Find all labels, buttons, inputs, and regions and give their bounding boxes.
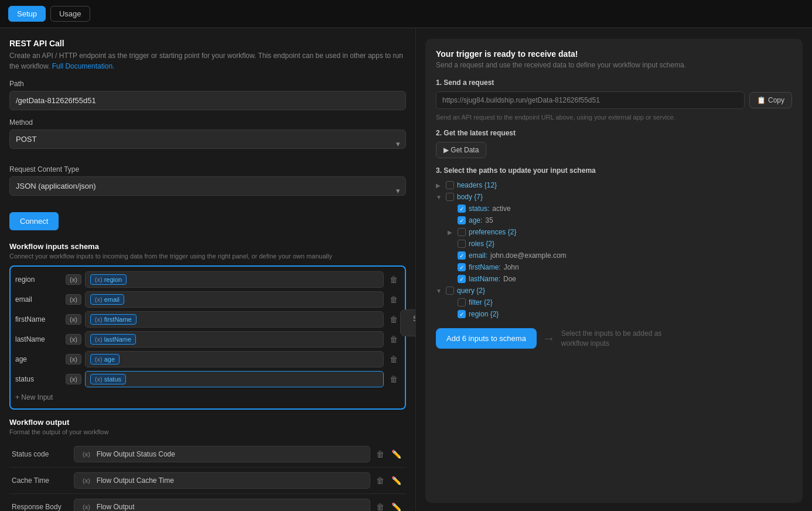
checkbox-roles[interactable] (458, 240, 466, 248)
checkbox-preferences[interactable] (458, 228, 466, 236)
path-label: Path (9, 80, 406, 88)
checkbox-filter[interactable] (458, 298, 466, 306)
schema-row-firstname: firstName (x) (x) firstName 🗑 (15, 311, 400, 328)
endpoint-url: https://sjug84.buildship.run/getData-812… (436, 91, 745, 109)
copy-icon: 📋 (757, 96, 766, 104)
delete-region-button[interactable]: 🗑 (387, 274, 400, 285)
tree-item-filter: filter {2} (436, 297, 792, 308)
checkbox-headers[interactable] (446, 181, 454, 189)
delete-age-button[interactable]: 🗑 (387, 353, 400, 365)
workflow-output-title: Workflow output (9, 418, 406, 427)
section-subtitle: Create an API / HTTP endpoint as the tri… (9, 50, 406, 71)
step1-label: 1. Send a request (436, 79, 792, 87)
tree-item-age: ✓ age: 35 (436, 214, 792, 226)
output-row-status: Status code (x) Flow Output Status Code … (9, 441, 406, 468)
tree-item-region: ✓ region {2} (436, 308, 792, 320)
right-card: Your trigger is ready to receive data! S… (425, 39, 803, 503)
add-inputs-button[interactable]: Add 6 inputs to schema (436, 328, 537, 349)
tab-setup[interactable]: Setup (8, 6, 46, 22)
tooltip-box: Selected inputs are automatically added (400, 309, 416, 336)
checkbox-age[interactable]: ✓ (458, 216, 466, 224)
delete-lastname-button[interactable]: 🗑 (387, 333, 400, 345)
output-row-cache: Cache Time (x) Flow Output Cache Time 🗑 … (9, 468, 406, 494)
method-wrapper: POST GET PUT DELETE ▾ (9, 130, 406, 157)
tree-container: ▶ headers {12} ▼ body {7} ✓ status: acti… (436, 179, 792, 320)
schema-row-email: email (x) (x) email 🗑 (15, 291, 400, 308)
method-select[interactable]: POST GET PUT DELETE (9, 130, 406, 149)
copy-button[interactable]: 📋 Copy (749, 92, 792, 108)
path-input[interactable] (9, 91, 406, 110)
tree-item-lastname: ✓ lastName: Doe (436, 273, 792, 285)
workflow-output-section: Workflow output Format the output of you… (9, 418, 406, 511)
trigger-title: Your trigger is ready to receive data! (436, 49, 792, 59)
checkbox-email[interactable]: ✓ (458, 251, 466, 260)
tab-usage[interactable]: Usage (50, 6, 90, 22)
tree-item-preferences: ▶ preferences {2} (436, 226, 792, 238)
schema-row-age: age (x) (x) age 🗑 (15, 351, 400, 367)
add-schema-row: Add 6 inputs to schema → Select the inpu… (436, 328, 792, 349)
checkbox-region[interactable]: ✓ (458, 310, 466, 318)
get-data-button[interactable]: ▶ Get Data (436, 142, 486, 158)
delete-firstname-button[interactable]: 🗑 (387, 314, 400, 325)
edit-status-code-button[interactable]: ✏️ (389, 448, 404, 460)
main-layout: REST API Call Create an API / HTTP endpo… (0, 28, 812, 511)
left-panel: REST API Call Create an API / HTTP endpo… (0, 28, 416, 511)
url-row: https://sjug84.buildship.run/getData-812… (436, 91, 792, 109)
step2-label: 2. Get the latest request (436, 129, 792, 137)
tree-item-roles: roles {2} (436, 238, 792, 250)
chevron-right-icon[interactable]: ▶ (436, 182, 443, 189)
tree-item-body: ▼ body {7} (436, 191, 792, 203)
workflow-output-subtitle: Format the output of your workflow (9, 428, 406, 435)
delete-response-body-button[interactable]: 🗑 (374, 501, 387, 511)
trigger-subtitle: Send a request and use the received data… (436, 61, 792, 69)
tree-item-email: ✓ email: john.doe@example.com (436, 250, 792, 261)
schema-box: region (x) (x) region 🗑 email (x) (x) em… (9, 265, 406, 410)
top-bar: Setup Usage (0, 0, 812, 28)
checkbox-lastname[interactable]: ✓ (458, 275, 466, 283)
api-hint: Send an API request to the endpoint URL … (436, 114, 792, 121)
edit-response-body-button[interactable]: ✏️ (389, 501, 404, 511)
connect-button[interactable]: Connect (9, 212, 59, 230)
tree-item-headers: ▶ headers {12} (436, 179, 792, 191)
checkbox-firstname[interactable]: ✓ (458, 263, 466, 271)
schema-container: region (x) (x) region 🗑 email (x) (x) em… (9, 265, 406, 410)
doc-link[interactable]: Full Documentation. (52, 62, 115, 70)
schema-row-status: status (x) (x) status 🗑 (15, 371, 400, 387)
section-title: REST API Call (9, 39, 406, 48)
arrow-hint: → (543, 331, 555, 346)
new-input-button[interactable]: + New Input (15, 391, 53, 404)
checkbox-status[interactable]: ✓ (458, 205, 466, 213)
checkbox-query[interactable] (446, 287, 454, 295)
delete-status-code-button[interactable]: 🗑 (374, 448, 387, 460)
arrow-right-icon: → (543, 331, 555, 346)
tree-item-firstname: ✓ firstName: John (436, 261, 792, 273)
content-type-label: Request Content Type (9, 165, 406, 173)
method-label: Method (9, 118, 406, 127)
hint-text: Select the inputs to be added as workflo… (561, 329, 667, 349)
tree-item-query: ▼ query {2} (436, 285, 792, 297)
workflow-inputs-subtitle: Connect your workflow inputs to incoming… (9, 253, 406, 260)
tooltip-container: Selected inputs are automatically added (400, 309, 416, 336)
step3-label: 3. Select the paths to update your input… (436, 166, 792, 175)
delete-status-button[interactable]: 🗑 (387, 373, 400, 385)
right-panel: Your trigger is ready to receive data! S… (416, 28, 812, 511)
chevron-down-icon-query[interactable]: ▼ (436, 288, 443, 294)
schema-row-region: region (x) (x) region 🗑 (15, 271, 400, 288)
edit-cache-time-button[interactable]: ✏️ (389, 475, 404, 486)
output-row-body: Response Body (x) Flow Output 🗑 ✏️ (9, 494, 406, 511)
workflow-inputs-title: Workflow inputs schema (9, 242, 406, 251)
delete-cache-time-button[interactable]: 🗑 (374, 475, 387, 486)
content-type-select[interactable]: JSON (application/json) Form Data (9, 176, 406, 196)
chevron-right-icon-preferences[interactable]: ▶ (448, 229, 455, 236)
delete-email-button[interactable]: 🗑 (387, 294, 400, 305)
tree-item-status: ✓ status: active (436, 203, 792, 214)
chevron-down-icon-body[interactable]: ▼ (436, 194, 443, 200)
content-type-wrapper: JSON (application/json) Form Data ▾ (9, 176, 406, 204)
schema-row-lastname: lastName (x) (x) lastName 🗑 (15, 331, 400, 348)
checkbox-body[interactable] (446, 193, 454, 201)
